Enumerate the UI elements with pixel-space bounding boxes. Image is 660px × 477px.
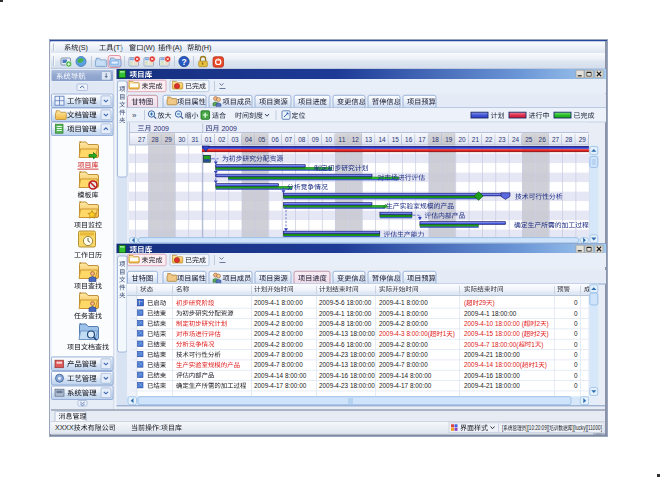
svg-text:2009-4-16 18:00:00: 2009-4-16 18:00:00 <box>319 372 375 379</box>
svg-text:17: 17 <box>418 136 426 143</box>
svg-text:2009-4-6 18:00:00: 2009-4-6 18:00:00 <box>319 341 372 348</box>
svg-text:06: 06 <box>272 136 280 143</box>
svg-text:11: 11 <box>338 136 346 143</box>
svg-text:): ) <box>547 330 549 338</box>
svg-text:04: 04 <box>245 136 253 143</box>
svg-text:2009-4-1 18:00:00: 2009-4-1 18:00:00 <box>464 310 517 317</box>
svg-text:2009-4-13 18:00:00: 2009-4-13 18:00:00 <box>319 361 375 368</box>
svg-text:2009-4-21 18:00:00: 2009-4-21 18:00:00 <box>464 351 520 358</box>
svg-text:2009-4-2 8:00:00: 2009-4-2 8:00:00 <box>254 330 303 337</box>
svg-text:12: 12 <box>352 136 360 143</box>
svg-text:2009-4-13 18:00:00: 2009-4-13 18:00:00 <box>319 330 375 337</box>
svg-text:][10:20:09][: ][10:20:09][ <box>526 424 549 431</box>
svg-text:][lucky][11000]: ][lucky][11000] <box>572 424 602 431</box>
svg-text:28: 28 <box>151 136 159 143</box>
svg-text:0: 0 <box>574 361 578 368</box>
svg-text:1: 1 <box>443 330 447 337</box>
svg-text:2009-4-17 8:00:00: 2009-4-17 8:00:00 <box>379 382 432 389</box>
svg-text:2009-4-21 18:00:00: 2009-4-21 18:00:00 <box>464 382 520 389</box>
svg-text:2009-4-8 18:00:00: 2009-4-8 18:00:00 <box>319 320 372 327</box>
svg-text:2009-4-7 8:00:00: 2009-4-7 8:00:00 <box>254 351 303 358</box>
svg-text:29: 29 <box>579 136 587 143</box>
svg-text:08: 08 <box>298 136 306 143</box>
svg-text:2009-4-3 8:00:00(: 2009-4-3 8:00:00( <box>379 330 431 338</box>
svg-text:31: 31 <box>192 136 200 143</box>
svg-text:15: 15 <box>392 136 400 143</box>
svg-text:05: 05 <box>258 136 266 143</box>
svg-text:2: 2 <box>537 320 541 327</box>
svg-text:2009-4-2 8:00:00: 2009-4-2 8:00:00 <box>254 320 303 327</box>
svg-text:): ) <box>547 320 549 328</box>
svg-text:2009: 2009 <box>152 125 170 132</box>
svg-text:0: 0 <box>574 310 578 317</box>
svg-text:»: » <box>132 111 137 120</box>
svg-text:2009-4-2 8:00:00: 2009-4-2 8:00:00 <box>379 320 428 327</box>
svg-text:?: ? <box>181 57 186 67</box>
svg-text:0: 0 <box>574 299 578 306</box>
svg-text:2009-4-7 8:00:00: 2009-4-7 8:00:00 <box>254 361 303 368</box>
svg-text:23: 23 <box>499 136 507 143</box>
svg-text:2009-4-2 8:00:00: 2009-4-2 8:00:00 <box>379 341 428 348</box>
svg-text:2009-5-6 18:00:00: 2009-5-6 18:00:00 <box>319 299 372 306</box>
svg-text:01: 01 <box>205 136 213 143</box>
svg-text:27: 27 <box>552 136 560 143</box>
svg-text:30: 30 <box>178 136 186 143</box>
svg-text:0: 0 <box>574 372 578 379</box>
svg-text:03: 03 <box>232 136 240 143</box>
svg-text:22: 22 <box>485 136 493 143</box>
svg-text:1: 1 <box>531 341 535 348</box>
svg-text:10: 10 <box>325 136 333 143</box>
svg-text:25: 25 <box>525 136 533 143</box>
svg-text:): ) <box>453 330 455 338</box>
svg-text:2009-4-7 18:00:00(: 2009-4-7 18:00:00( <box>464 341 519 349</box>
svg-text:(S): (S) <box>78 43 88 52</box>
svg-text:0: 0 <box>574 320 578 327</box>
svg-text:2009-4-1 18:00:00: 2009-4-1 18:00:00 <box>319 310 372 317</box>
svg-text:2009-4-14 18:00:00(: 2009-4-14 18:00:00( <box>464 361 523 369</box>
svg-text:2009-4-16 18:00:00: 2009-4-16 18:00:00 <box>464 372 520 379</box>
svg-text:18: 18 <box>432 136 440 143</box>
svg-text:): ) <box>541 341 543 349</box>
svg-text:26: 26 <box>539 136 547 143</box>
svg-text:2: 2 <box>537 330 541 337</box>
svg-text:0: 0 <box>574 341 578 348</box>
svg-text:19: 19 <box>445 136 453 143</box>
svg-text:2009-4-10 18:00:00 (: 2009-4-10 18:00:00 ( <box>464 320 525 328</box>
svg-text:0: 0 <box>574 382 578 389</box>
svg-text:2009-4-7 8:00:00: 2009-4-7 8:00:00 <box>379 351 428 358</box>
svg-text:28: 28 <box>565 136 573 143</box>
svg-text:2009-4-1 8:00:00: 2009-4-1 8:00:00 <box>379 310 428 317</box>
svg-text:(H): (H) <box>201 43 211 52</box>
svg-text:2009-4-23 18:00:00: 2009-4-23 18:00:00 <box>319 382 375 389</box>
svg-text:2009-4-1 8:00:00: 2009-4-1 8:00:00 <box>254 299 303 306</box>
svg-text:2009-4-1 8:00:00: 2009-4-1 8:00:00 <box>254 310 303 317</box>
svg-text:14: 14 <box>378 136 386 143</box>
svg-text:02: 02 <box>218 136 226 143</box>
svg-text:): ) <box>492 299 494 307</box>
svg-text:16: 16 <box>405 136 413 143</box>
svg-text::: : <box>159 424 161 431</box>
svg-text:29: 29 <box>165 136 173 143</box>
svg-text:0: 0 <box>574 351 578 358</box>
svg-text:27: 27 <box>138 136 146 143</box>
svg-text:2009-4-14 8:00:00: 2009-4-14 8:00:00 <box>254 372 307 379</box>
svg-text:(W): (W) <box>143 43 155 52</box>
svg-text:2009-4-14 8:00:00: 2009-4-14 8:00:00 <box>379 372 432 379</box>
svg-text:2009-4-23 18:00:00: 2009-4-23 18:00:00 <box>319 351 375 358</box>
svg-text:2009-4-15 18:00:00 (: 2009-4-15 18:00:00 ( <box>464 330 525 338</box>
svg-text:07: 07 <box>285 136 293 143</box>
svg-text:13: 13 <box>365 136 373 143</box>
svg-text:XXXX: XXXX <box>55 424 74 431</box>
svg-text:(A): (A) <box>172 43 182 52</box>
svg-text:21: 21 <box>472 136 480 143</box>
svg-text:0: 0 <box>574 330 578 337</box>
svg-text:2009-4-17 8:00:00: 2009-4-17 8:00:00 <box>254 382 307 389</box>
svg-text:): ) <box>545 361 547 369</box>
svg-text:2009-4-1 8:00:00: 2009-4-1 8:00:00 <box>379 299 428 306</box>
svg-text:2009-4-7 8:00:00: 2009-4-7 8:00:00 <box>379 361 428 368</box>
svg-text:2009: 2009 <box>220 125 238 132</box>
svg-text:20: 20 <box>459 136 467 143</box>
svg-text:09: 09 <box>312 136 320 143</box>
svg-text:29: 29 <box>479 299 487 306</box>
svg-text:24: 24 <box>512 136 520 143</box>
